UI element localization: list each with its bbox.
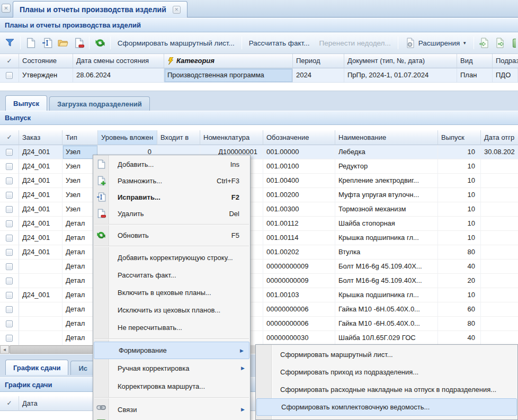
submenu-item[interactable]: Сформировать приход из подразделения...: [256, 363, 517, 381]
output-qty-cell: 10: [438, 188, 481, 202]
app-window: ✕ Планы и отчеты производства изделий ✕ …: [0, 0, 518, 420]
table-row[interactable]: Детал 00000000009 Болт М16-6g 45.109.40Х…: [0, 260, 518, 274]
row-checkbox[interactable]: [0, 331, 19, 345]
column-header-document[interactable]: Документ (тип, №, дата): [344, 54, 457, 68]
table-row[interactable]: Д24_001 Узел 001.00100 Редуктор 10: [0, 159, 518, 174]
submenu-item[interactable]: Сформировать комплектовочную ведомость..…: [256, 398, 517, 416]
order-cell: Д24_001: [19, 188, 62, 202]
menu-item[interactable]: [93, 222, 250, 227]
menu-item[interactable]: Удалить Del: [93, 205, 250, 222]
menu-item[interactable]: Ручная корректировка ▶: [93, 359, 250, 377]
menu-item[interactable]: Рассчитать факт...: [93, 266, 250, 284]
column-header-state[interactable]: Состояние: [19, 54, 73, 68]
menu-item[interactable]: Добавить... Ins: [93, 156, 250, 173]
plans-row[interactable]: Утвержден 28.06.2024 Производственная пр…: [0, 68, 518, 83]
table-row[interactable]: Д24_001 Узел 0 Д100000001 001.00000 Лебе…: [0, 145, 518, 159]
tab-close-icon[interactable]: ✕: [173, 6, 181, 14]
row-checkbox[interactable]: [0, 174, 19, 188]
clipped-toolbar-icon[interactable]: [513, 39, 516, 48]
tab-output[interactable]: Выпуск: [5, 95, 47, 111]
panel-close-icon[interactable]: ✕: [2, 4, 11, 13]
row-checkbox[interactable]: [0, 145, 19, 159]
row-checkbox[interactable]: [0, 317, 19, 331]
table-row[interactable]: Д24_001 Узел 001.00200 Муфта упругая вту…: [0, 188, 518, 202]
menu-item[interactable]: [93, 244, 250, 249]
column-header-period[interactable]: Период: [293, 54, 344, 68]
row-checkbox[interactable]: [0, 202, 19, 217]
table-row[interactable]: Детал 00000000006 Гайка М10 -6Н.05.40Х.0…: [0, 302, 518, 317]
submenu-item[interactable]: Сформировать маршрутный лист...: [256, 346, 517, 363]
row-checkbox[interactable]: [0, 260, 19, 274]
table-row[interactable]: Д24_001 Детал 001.00202 Втулка 80: [0, 245, 518, 260]
table-row[interactable]: Детал 00000000030 Шайба 10Л.65Г.029 ГОС …: [0, 331, 518, 345]
form-route-sheet-button[interactable]: Сформировать маршрутный лист...: [113, 37, 239, 50]
row-checkbox[interactable]: [0, 245, 19, 260]
column-header-nesting-level[interactable]: Уровень вложен: [98, 130, 157, 145]
column-header-state-date[interactable]: Дата смены состояния: [73, 54, 164, 68]
row-checkbox[interactable]: [0, 68, 19, 83]
add-record-button[interactable]: [24, 36, 37, 50]
table-row[interactable]: Д24_001 Детал 001.00103 Крышка подшипник…: [0, 288, 518, 302]
table-row[interactable]: Детал 00000000006 Гайка М10 -6Н.05.40Х.0…: [0, 317, 518, 331]
output-qty-cell: 20: [438, 274, 481, 288]
designation-cell: 00000000030: [263, 331, 335, 345]
menu-item[interactable]: Размножить... Ctrl+F3: [93, 173, 250, 189]
select-all-header[interactable]: ✓: [0, 54, 19, 68]
menu-item[interactable]: Включить в цеховые планы...: [93, 284, 250, 301]
row-checkbox[interactable]: [0, 217, 19, 231]
menu-item-label: Исключить из цеховых планов...: [118, 306, 233, 314]
menu-item-shortcut: F5: [231, 231, 239, 239]
row-checkbox[interactable]: [0, 188, 19, 202]
table-row[interactable]: Д24_001 Узел 001.00300 Тормозной механиз…: [0, 202, 518, 217]
row-checkbox[interactable]: [0, 159, 19, 174]
output-grid-body: Д24_001 Узел 0 Д100000001 001.00000 Лебе…: [0, 145, 518, 345]
column-header-type[interactable]: Тип: [62, 130, 98, 145]
column-header-kind[interactable]: Вид: [457, 54, 493, 68]
open-folder-button[interactable]: [57, 36, 69, 50]
select-all-header[interactable]: ✓: [0, 396, 19, 411]
submenu-item[interactable]: Сформировать: [256, 416, 517, 420]
row-checkbox[interactable]: [0, 302, 19, 317]
column-header-designation[interactable]: Обозначение: [263, 130, 335, 145]
scroll-left-icon[interactable]: ◄: [0, 345, 9, 354]
menu-item[interactable]: Исправить... F2: [93, 189, 250, 205]
table-row[interactable]: Д24_001 Детал 001.00112 Шайба стопорная …: [0, 217, 518, 231]
menu-item[interactable]: Не пересчитывать...: [93, 319, 250, 336]
column-header-output-qty[interactable]: Выпуск: [438, 130, 481, 145]
submenu-item[interactable]: Сформировать расходные накладные на отпу…: [256, 381, 517, 398]
menu-item[interactable]: Корректировка маршрута...: [93, 377, 250, 395]
tab-plans-reports[interactable]: Планы и отчеты производства изделий ✕: [13, 1, 187, 17]
column-header-category[interactable]: Категория: [164, 54, 293, 68]
refresh-button[interactable]: [93, 36, 106, 50]
column-header-ship-date[interactable]: Дата отгр: [481, 130, 518, 145]
menu-item[interactable]: Связи ▶: [93, 400, 250, 418]
column-header-name[interactable]: Наименование: [335, 130, 438, 145]
column-header-parent[interactable]: Входит в: [157, 130, 200, 145]
column-header-order[interactable]: Заказ: [19, 130, 62, 145]
column-header-nomenclature[interactable]: Номенклатура: [200, 130, 263, 145]
tab-department-load[interactable]: Загрузка подразделений: [49, 96, 150, 111]
calc-fact-button[interactable]: Рассчитать факт...: [244, 37, 315, 50]
delete-record-button[interactable]: [73, 36, 85, 50]
select-all-header[interactable]: ✓: [0, 130, 19, 145]
row-checkbox[interactable]: [0, 288, 19, 302]
menu-item[interactable]: [93, 336, 250, 342]
menu-item[interactable]: Исключить из цеховых планов...: [93, 301, 250, 319]
table-row[interactable]: Д24_001 Узел 001.00400 Крепление электро…: [0, 174, 518, 188]
menu-item[interactable]: Добавить корректирующую строку...: [93, 249, 250, 266]
filter-button[interactable]: [4, 36, 16, 50]
menu-item[interactable]: [93, 395, 250, 400]
extensions-button[interactable]: Расширения ▼: [400, 35, 471, 51]
export-button[interactable]: [478, 36, 490, 50]
edit-record-button[interactable]: [41, 36, 53, 50]
table-row[interactable]: Детал 00000000009 Болт М16-6g 45.109.40Х…: [0, 274, 518, 288]
order-cell: [19, 260, 62, 274]
menu-item[interactable]: Обновить F5: [93, 227, 250, 244]
menu-item[interactable]: Формирование ▶: [94, 342, 249, 359]
row-checkbox[interactable]: [0, 231, 19, 245]
import-button[interactable]: [494, 36, 506, 50]
table-row[interactable]: Д24_001 Детал 001.00114 Крышка подшипник…: [0, 231, 518, 245]
column-header-department[interactable]: Подраз: [493, 54, 518, 68]
tab-delivery-schedule[interactable]: График сдачи: [5, 360, 68, 375]
row-checkbox[interactable]: [0, 274, 19, 288]
